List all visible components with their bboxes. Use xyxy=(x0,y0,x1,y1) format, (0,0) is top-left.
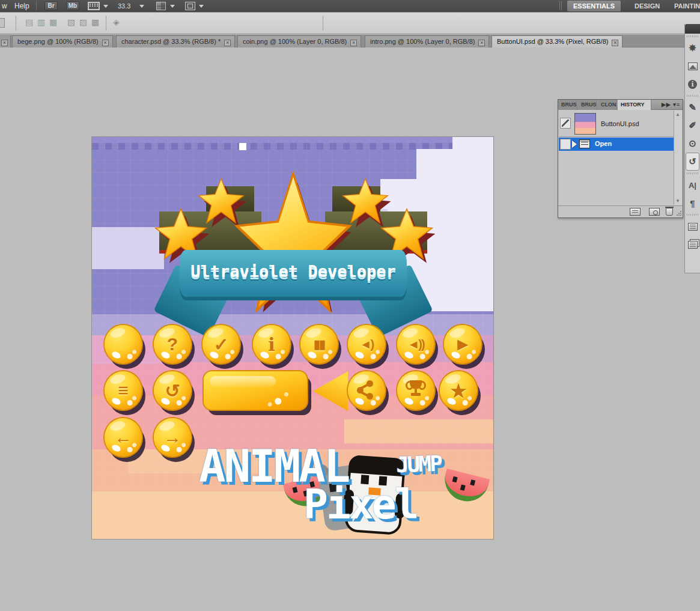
arrange-documents-caret-icon[interactable] xyxy=(170,5,175,8)
state-marker-icon xyxy=(572,141,577,148)
tab-clone-source[interactable]: CLON xyxy=(598,100,617,110)
tab-brush-presets[interactable]: BRUS xyxy=(578,100,597,110)
tab-bege-png[interactable]: bege.png @ 100% (RGB/8)× xyxy=(12,35,113,47)
game-button-arrow-left: ← xyxy=(105,418,142,457)
auto-align-layers-icon[interactable]: ◈ xyxy=(113,17,120,27)
dock-grip[interactable] xyxy=(687,172,698,175)
view-extras-caret-icon[interactable] xyxy=(103,5,108,8)
workspace-design-button[interactable]: DESIGN xyxy=(628,0,666,11)
history-panel-tabs: BRUS BRUS CLON HISTORY ▶▶ ▾≡ xyxy=(558,100,683,110)
navigator-panel-icon[interactable]: ✸ xyxy=(685,39,700,57)
tab-close-icon[interactable]: × xyxy=(478,40,485,46)
distribute-left-edges-icon[interactable]: ▧ xyxy=(67,17,75,27)
history-state-open-selected[interactable]: Open xyxy=(559,138,674,151)
dock-grip[interactable] xyxy=(687,35,698,38)
scroll-down-icon[interactable]: ▼ xyxy=(675,198,681,204)
distribute-right-edges-icon[interactable]: ▩ xyxy=(91,17,99,27)
tab-brushes[interactable]: BRUS xyxy=(558,100,577,110)
history-brush-icon xyxy=(562,120,569,127)
character-panel-icon[interactable]: A| xyxy=(685,176,700,194)
history-panel-icon[interactable]: ↺ xyxy=(686,153,699,171)
tab-close-icon[interactable]: × xyxy=(1,40,8,46)
launch-mini-bridge-button[interactable]: Mb xyxy=(66,1,79,10)
menu-item-window-partial[interactable]: w xyxy=(2,2,7,10)
menu-bar: w Help Br Mb 33.3 ESSENTIALS DESIGN PAIN… xyxy=(0,0,700,12)
snapshot-name: ButtonUI.psd xyxy=(601,120,639,127)
game-button-pause: ▮▮ xyxy=(300,325,338,363)
align-bottom-edges-icon[interactable]: ▦ xyxy=(49,17,57,27)
dock-grip[interactable] xyxy=(687,94,698,97)
tab-close-icon[interactable]: × xyxy=(102,40,109,46)
history-scrollbar[interactable]: ▲ ▼ xyxy=(674,111,682,205)
tab-intro-png[interactable]: intro.png @ 100% (Layer 0, RGB/8)× xyxy=(365,35,489,47)
delete-state-icon[interactable] xyxy=(666,208,673,216)
distribute-horizontal-centers-icon[interactable]: ▨ xyxy=(79,17,87,27)
workspace-essentials-button[interactable]: ESSENTIALS xyxy=(567,1,621,11)
game-button-info: i xyxy=(253,325,290,363)
small-star-icon xyxy=(343,179,388,223)
game-button-check: ✓ xyxy=(202,325,240,363)
document-tab-bar: × bege.png @ 100% (RGB/8)× character.psd… xyxy=(0,35,700,47)
history-brush-source-well[interactable] xyxy=(560,139,571,150)
trophy-icon xyxy=(408,380,424,398)
history-panel: BRUS BRUS CLON HISTORY ▶▶ ▾≡ ButtonUI.ps… xyxy=(558,99,683,218)
tool-options-bar: ▤ ▥ ▦ ▧ ▨ ▩ ◈ xyxy=(0,12,700,34)
workspace-bar-handle[interactable] xyxy=(559,1,562,10)
new-document-from-state-icon[interactable] xyxy=(630,208,641,216)
options-separator xyxy=(16,16,16,31)
workspace-painting-button[interactable]: PAINTING xyxy=(668,0,700,11)
tab-close-icon[interactable]: × xyxy=(350,40,357,46)
panel-menu-icon[interactable]: ▶▶ ▾≡ xyxy=(662,102,680,108)
game-button-trophy xyxy=(397,371,434,410)
menu-item-help[interactable]: Help xyxy=(14,2,29,10)
game-button-bar-blank xyxy=(204,371,307,410)
screen-mode-caret-icon[interactable] xyxy=(199,5,204,8)
tool-preset-partial-icon[interactable] xyxy=(0,18,5,28)
zoom-level-value[interactable]: 33.3 xyxy=(118,2,130,10)
history-state-label: Open xyxy=(595,140,612,147)
screen-mode-icon[interactable] xyxy=(185,2,195,10)
zoom-level-caret-icon[interactable] xyxy=(139,5,144,8)
info-panel-icon[interactable]: i xyxy=(685,75,700,93)
launch-bridge-button[interactable]: Br xyxy=(44,1,58,10)
game-button-menu: ≡ xyxy=(105,371,142,410)
photoshop-window: w Help Br Mb 33.3 ESSENTIALS DESIGN PAIN… xyxy=(0,0,700,611)
arrange-documents-icon[interactable] xyxy=(156,2,166,10)
game-button-arrow-right: → xyxy=(154,418,191,457)
brush-presets-panel-icon[interactable]: ✐ xyxy=(685,117,700,135)
tab-buttonui-psd-active[interactable]: ButtonUI.psd @ 33.3% (Pixel, RGB/8)× xyxy=(492,35,622,47)
history-list: ButtonUI.psd Open xyxy=(559,111,674,205)
game-button-share xyxy=(348,371,385,410)
tab-close-icon[interactable]: × xyxy=(224,40,231,46)
history-snapshot-row[interactable]: ButtonUI.psd xyxy=(559,111,674,137)
menubar-separator xyxy=(36,1,37,10)
align-vertical-centers-icon[interactable]: ▥ xyxy=(37,17,45,27)
panel-resize-grip[interactable] xyxy=(676,210,682,216)
history-panel-footer xyxy=(558,205,683,217)
layer-comps-panel-icon[interactable] xyxy=(685,217,700,236)
document-canvas[interactable]: Ultraviolet Developer ? ✓ i ▮▮ ◄) ◄)) ► … xyxy=(92,137,493,539)
options-separator xyxy=(323,16,323,31)
open-action-icon xyxy=(579,139,590,148)
align-top-edges-icon[interactable]: ▤ xyxy=(25,17,33,27)
dock-grip[interactable] xyxy=(687,213,698,216)
paragraph-panel-icon[interactable]: ¶ xyxy=(685,194,700,212)
view-extras-icon[interactable] xyxy=(88,2,100,10)
game-button-question: ? xyxy=(154,325,191,363)
tab-coin-png[interactable]: coin.png @ 100% (Layer 0, RGB/8)× xyxy=(237,35,361,47)
panel-dock-strip: ✸ i ✎ ✐ ⊙ ↺ A| ¶ xyxy=(684,24,700,273)
brush-panel-icon[interactable]: ✎ xyxy=(685,99,700,117)
clone-source-panel-icon[interactable]: ⊙ xyxy=(685,135,700,153)
history-brush-source-well[interactable] xyxy=(560,118,571,129)
dock-header[interactable] xyxy=(685,24,700,34)
tab-close-icon[interactable]: × xyxy=(612,40,618,46)
tab-character-psd[interactable]: character.psd @ 33.3% (RGB/8) *× xyxy=(116,35,235,47)
scroll-up-icon[interactable]: ▲ xyxy=(675,112,681,117)
game-button-sound-high: ◄)) xyxy=(397,325,434,363)
tab-history-active[interactable]: HISTORY xyxy=(618,100,651,110)
new-snapshot-icon[interactable] xyxy=(649,208,660,216)
notes-panel-icon[interactable] xyxy=(685,236,700,254)
histogram-panel-icon[interactable] xyxy=(685,57,700,75)
logo-word-jump: JUMP xyxy=(395,451,441,478)
tab-partial[interactable]: × xyxy=(0,35,11,47)
